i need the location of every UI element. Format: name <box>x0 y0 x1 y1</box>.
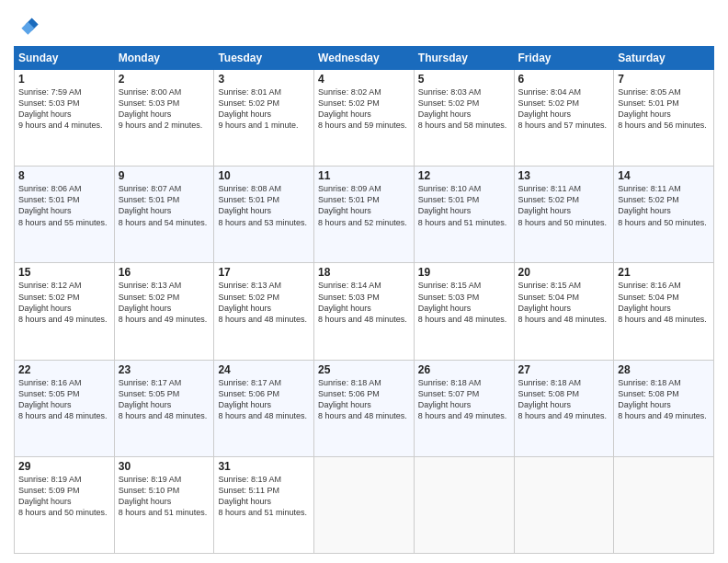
cell-info: Sunrise: 8:00 AMSunset: 5:03 PMDaylight … <box>119 86 210 132</box>
calendar-cell: 21Sunrise: 8:16 AMSunset: 5:04 PMDayligh… <box>614 263 714 360</box>
calendar-cell: 19Sunrise: 8:15 AMSunset: 5:03 PMDayligh… <box>414 263 514 360</box>
calendar-cell: 3Sunrise: 8:01 AMSunset: 5:02 PMDaylight… <box>214 70 314 167</box>
cell-info: Sunrise: 8:18 AMSunset: 5:07 PMDaylight … <box>418 377 510 422</box>
day-number: 6 <box>518 73 610 86</box>
day-number: 1 <box>18 73 110 86</box>
calendar-cell: 2Sunrise: 8:00 AMSunset: 5:03 PMDaylight… <box>114 70 214 167</box>
day-number: 22 <box>18 363 110 376</box>
cell-info: Sunrise: 8:11 AMSunset: 5:02 PMDaylight … <box>618 183 710 228</box>
calendar-cell: 22Sunrise: 8:16 AMSunset: 5:05 PMDayligh… <box>15 360 115 456</box>
calendar-cell: 10Sunrise: 8:08 AMSunset: 5:01 PMDayligh… <box>214 167 314 263</box>
calendar-cell: 29Sunrise: 8:19 AMSunset: 5:09 PMDayligh… <box>15 456 115 553</box>
calendar-cell: 31Sunrise: 8:19 AMSunset: 5:11 PMDayligh… <box>214 456 314 553</box>
cell-info: Sunrise: 8:19 AMSunset: 5:11 PMDaylight … <box>218 474 310 519</box>
calendar-cell: 26Sunrise: 8:18 AMSunset: 5:07 PMDayligh… <box>414 360 514 456</box>
day-number: 16 <box>119 266 210 279</box>
weekday-header-monday: Monday <box>114 47 214 70</box>
cell-info: Sunrise: 8:01 AMSunset: 5:02 PMDaylight … <box>218 86 310 132</box>
calendar-cell: 8Sunrise: 8:06 AMSunset: 5:01 PMDaylight… <box>15 167 115 263</box>
calendar-cell: 18Sunrise: 8:14 AMSunset: 5:03 PMDayligh… <box>314 263 415 360</box>
calendar-cell: 27Sunrise: 8:18 AMSunset: 5:08 PMDayligh… <box>514 360 614 456</box>
calendar-cell <box>314 456 415 553</box>
weekday-header-tuesday: Tuesday <box>214 47 314 70</box>
calendar-cell: 12Sunrise: 8:10 AMSunset: 5:01 PMDayligh… <box>414 167 514 263</box>
calendar: SundayMondayTuesdayWednesdayThursdayFrid… <box>14 46 714 554</box>
calendar-cell: 23Sunrise: 8:17 AMSunset: 5:05 PMDayligh… <box>114 360 214 456</box>
cell-info: Sunrise: 8:05 AMSunset: 5:01 PMDaylight … <box>618 86 710 132</box>
week-row-4: 22Sunrise: 8:16 AMSunset: 5:05 PMDayligh… <box>15 360 714 456</box>
cell-info: Sunrise: 8:18 AMSunset: 5:08 PMDaylight … <box>518 377 610 422</box>
calendar-cell: 11Sunrise: 8:09 AMSunset: 5:01 PMDayligh… <box>314 167 415 263</box>
cell-info: Sunrise: 8:19 AMSunset: 5:09 PMDaylight … <box>18 474 110 519</box>
day-number: 21 <box>618 266 710 279</box>
calendar-cell <box>614 456 714 553</box>
day-number: 5 <box>418 73 510 86</box>
calendar-cell: 20Sunrise: 8:15 AMSunset: 5:04 PMDayligh… <box>514 263 614 360</box>
week-row-5: 29Sunrise: 8:19 AMSunset: 5:09 PMDayligh… <box>15 456 714 553</box>
calendar-cell: 24Sunrise: 8:17 AMSunset: 5:06 PMDayligh… <box>214 360 314 456</box>
cell-info: Sunrise: 8:12 AMSunset: 5:02 PMDaylight … <box>18 280 110 325</box>
cell-info: Sunrise: 8:15 AMSunset: 5:03 PMDaylight … <box>418 280 510 325</box>
cell-info: Sunrise: 8:17 AMSunset: 5:06 PMDaylight … <box>218 377 310 422</box>
weekday-header-friday: Friday <box>514 47 614 70</box>
cell-info: Sunrise: 8:02 AMSunset: 5:02 PMDaylight … <box>318 86 410 132</box>
cell-info: Sunrise: 8:15 AMSunset: 5:04 PMDaylight … <box>518 280 610 325</box>
calendar-cell: 6Sunrise: 8:04 AMSunset: 5:02 PMDaylight… <box>514 70 614 167</box>
cell-info: Sunrise: 8:03 AMSunset: 5:02 PMDaylight … <box>418 86 510 132</box>
cell-info: Sunrise: 8:09 AMSunset: 5:01 PMDaylight … <box>318 183 410 228</box>
day-number: 12 <box>418 169 510 182</box>
weekday-header-thursday: Thursday <box>414 47 514 70</box>
day-number: 24 <box>218 363 310 376</box>
week-row-2: 8Sunrise: 8:06 AMSunset: 5:01 PMDaylight… <box>15 167 714 263</box>
day-number: 18 <box>318 266 410 279</box>
day-number: 30 <box>119 460 210 473</box>
cell-info: Sunrise: 8:06 AMSunset: 5:01 PMDaylight … <box>18 183 110 228</box>
day-number: 25 <box>318 363 410 376</box>
calendar-cell: 15Sunrise: 8:12 AMSunset: 5:02 PMDayligh… <box>15 263 115 360</box>
weekday-header-row: SundayMondayTuesdayWednesdayThursdayFrid… <box>15 47 714 70</box>
cell-info: Sunrise: 8:07 AMSunset: 5:01 PMDaylight … <box>119 183 210 228</box>
weekday-header-sunday: Sunday <box>15 47 115 70</box>
calendar-cell <box>414 456 514 553</box>
logo-icon <box>14 13 40 39</box>
day-number: 13 <box>518 169 610 182</box>
day-number: 31 <box>218 460 310 473</box>
weekday-header-saturday: Saturday <box>614 47 714 70</box>
cell-info: Sunrise: 8:19 AMSunset: 5:10 PMDaylight … <box>119 474 210 519</box>
cell-info: Sunrise: 8:10 AMSunset: 5:01 PMDaylight … <box>418 183 510 228</box>
calendar-cell: 7Sunrise: 8:05 AMSunset: 5:01 PMDaylight… <box>614 70 714 167</box>
day-number: 4 <box>318 73 410 86</box>
calendar-cell: 28Sunrise: 8:18 AMSunset: 5:08 PMDayligh… <box>614 360 714 456</box>
cell-info: Sunrise: 8:17 AMSunset: 5:05 PMDaylight … <box>119 377 210 422</box>
day-number: 14 <box>618 169 710 182</box>
day-number: 28 <box>618 363 710 376</box>
day-number: 15 <box>18 266 110 279</box>
day-number: 7 <box>618 73 710 86</box>
calendar-cell: 25Sunrise: 8:18 AMSunset: 5:06 PMDayligh… <box>314 360 415 456</box>
calendar-cell <box>514 456 614 553</box>
calendar-cell: 5Sunrise: 8:03 AMSunset: 5:02 PMDaylight… <box>414 70 514 167</box>
cell-info: Sunrise: 8:14 AMSunset: 5:03 PMDaylight … <box>318 280 410 325</box>
day-number: 2 <box>119 73 210 86</box>
day-number: 9 <box>119 169 210 182</box>
cell-info: Sunrise: 8:16 AMSunset: 5:05 PMDaylight … <box>18 377 110 422</box>
day-number: 29 <box>18 460 110 473</box>
cell-info: Sunrise: 8:16 AMSunset: 5:04 PMDaylight … <box>618 280 710 325</box>
cell-info: Sunrise: 8:18 AMSunset: 5:08 PMDaylight … <box>618 377 710 422</box>
cell-info: Sunrise: 8:04 AMSunset: 5:02 PMDaylight … <box>518 86 610 132</box>
logo <box>14 13 41 39</box>
week-row-3: 15Sunrise: 8:12 AMSunset: 5:02 PMDayligh… <box>15 263 714 360</box>
cell-info: Sunrise: 8:13 AMSunset: 5:02 PMDaylight … <box>119 280 210 325</box>
day-number: 10 <box>218 169 310 182</box>
calendar-cell: 17Sunrise: 8:13 AMSunset: 5:02 PMDayligh… <box>214 263 314 360</box>
day-number: 3 <box>218 73 310 86</box>
cell-info: Sunrise: 8:18 AMSunset: 5:06 PMDaylight … <box>318 377 410 422</box>
header <box>14 9 714 39</box>
calendar-cell: 30Sunrise: 8:19 AMSunset: 5:10 PMDayligh… <box>114 456 214 553</box>
calendar-cell: 13Sunrise: 8:11 AMSunset: 5:02 PMDayligh… <box>514 167 614 263</box>
week-row-1: 1Sunrise: 7:59 AMSunset: 5:03 PMDaylight… <box>15 70 714 167</box>
calendar-cell: 1Sunrise: 7:59 AMSunset: 5:03 PMDaylight… <box>15 70 115 167</box>
cell-info: Sunrise: 8:13 AMSunset: 5:02 PMDaylight … <box>218 280 310 325</box>
day-number: 8 <box>18 169 110 182</box>
day-number: 26 <box>418 363 510 376</box>
